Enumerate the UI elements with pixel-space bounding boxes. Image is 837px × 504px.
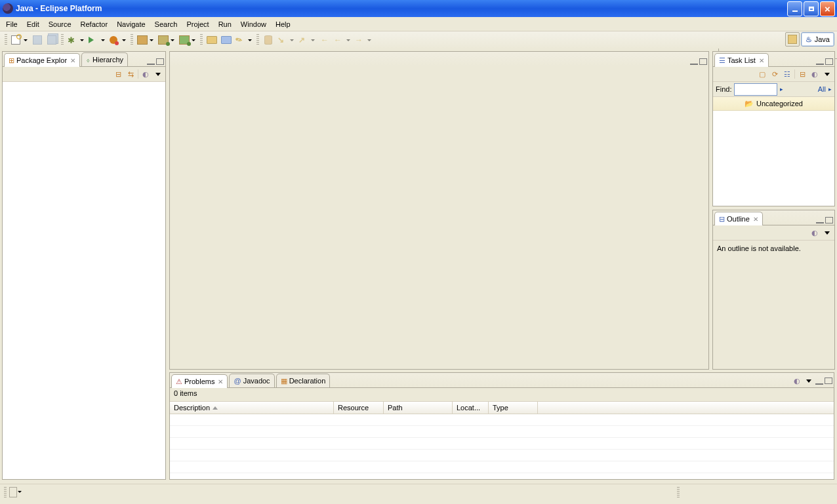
task-category-row[interactable]: 📂 Uncategorized: [713, 97, 834, 111]
menu-search[interactable]: Search: [150, 19, 182, 29]
new-package-button[interactable]: [136, 33, 155, 47]
window-maximize-button[interactable]: [804, 1, 819, 16]
focus-workweek-button[interactable]: ◐: [809, 69, 820, 79]
java-perspective-button[interactable]: ♨ Java: [801, 32, 834, 47]
view-menu-button[interactable]: [804, 376, 814, 386]
new-class-button[interactable]: [178, 33, 197, 47]
find-next-icon[interactable]: ▸: [828, 86, 832, 92]
last-edit-button[interactable]: ←: [318, 33, 331, 47]
focus-task-button[interactable]: ◐: [792, 376, 802, 386]
task-list-stack: ☰ Task List ✕ ▢ ⟳ ☷ ⊟ ◐ Find:: [712, 51, 835, 206]
annotation-prev-button[interactable]: ↗: [297, 33, 317, 47]
open-task-button[interactable]: [220, 33, 233, 47]
synchronize-button[interactable]: ⟳: [769, 69, 780, 79]
package-explorer-content[interactable]: [3, 82, 165, 479]
tab-problems[interactable]: ⚠ Problems ✕: [171, 374, 228, 388]
window-close-button[interactable]: [820, 1, 835, 16]
problems-count: 0 items: [170, 388, 834, 401]
categorize-button[interactable]: ☷: [782, 69, 792, 79]
toolbar-grip[interactable]: [131, 34, 133, 46]
task-list-content[interactable]: [713, 111, 834, 206]
external-tools-button[interactable]: [108, 33, 128, 47]
minimize-view-button[interactable]: [815, 381, 823, 385]
new-type-button[interactable]: [157, 33, 176, 47]
search-button[interactable]: ✎: [234, 33, 254, 47]
save-button[interactable]: [31, 33, 44, 47]
task-list-tabs: ☰ Task List ✕: [713, 52, 834, 67]
view-menu-button[interactable]: [822, 69, 832, 79]
minimize-editor-button[interactable]: [690, 62, 698, 65]
statusbar-grip[interactable]: [4, 487, 7, 497]
toolbar-grip[interactable]: [256, 34, 259, 46]
col-resource[interactable]: Resource: [334, 402, 384, 414]
menu-source[interactable]: Source: [44, 19, 76, 29]
find-prev-icon[interactable]: ▸: [780, 86, 783, 92]
tab-package-explorer[interactable]: ⊞ Package Explor ✕: [4, 53, 80, 67]
sort-asc-icon: [213, 406, 218, 410]
maximize-view-button[interactable]: [825, 378, 832, 384]
problems-view: ⚠ Problems ✕ @ Javadoc ▦ Declaration ◐: [169, 372, 834, 480]
link-editor-button[interactable]: ⇆: [125, 69, 136, 79]
editor-tabs: [170, 52, 708, 66]
maximize-view-button[interactable]: [156, 58, 164, 65]
minimize-view-button[interactable]: [147, 62, 155, 65]
task-find-input[interactable]: [734, 83, 777, 96]
window-minimize-button[interactable]: [787, 1, 802, 16]
run-button[interactable]: [87, 33, 107, 47]
tab-hierarchy[interactable]: ⬨ Hierarchy: [81, 52, 128, 66]
menu-navigate[interactable]: Navigate: [112, 19, 150, 29]
tab-task-list[interactable]: ☰ Task List ✕: [714, 53, 769, 67]
toolbar-grip[interactable]: [61, 34, 64, 46]
menu-window[interactable]: Window: [236, 19, 271, 29]
save-all-button[interactable]: [45, 33, 58, 47]
open-type-button[interactable]: [205, 33, 218, 47]
collapse-button[interactable]: ⊟: [797, 69, 807, 79]
open-perspective-button[interactable]: [785, 32, 800, 47]
toolbar-grip[interactable]: [200, 34, 203, 46]
maximize-editor-button[interactable]: [699, 58, 707, 65]
history-forward-button[interactable]: →: [354, 33, 373, 47]
menu-file[interactable]: File: [1, 19, 22, 29]
focus-task-icon: ◐: [142, 70, 149, 79]
tab-label: Task List: [727, 56, 756, 64]
focus-task-button[interactable]: ◐: [809, 227, 820, 238]
toolbar-grip[interactable]: [5, 34, 7, 46]
maximize-view-button[interactable]: [825, 58, 833, 65]
close-tab-icon[interactable]: ✕: [753, 216, 758, 223]
task-filter-all[interactable]: All: [818, 85, 826, 93]
close-tab-icon[interactable]: ✕: [70, 57, 75, 64]
problems-body[interactable]: [170, 414, 834, 479]
menu-edit[interactable]: Edit: [22, 19, 44, 29]
fast-view-button[interactable]: [9, 487, 17, 497]
status-resize-grip[interactable]: [677, 487, 680, 497]
toggle-breadcrumb-button[interactable]: [262, 33, 275, 47]
menu-project[interactable]: Project: [182, 19, 213, 29]
minimize-view-button[interactable]: [816, 62, 824, 65]
tab-declaration[interactable]: ▦ Declaration: [276, 374, 331, 387]
history-back-button[interactable]: ←: [333, 33, 352, 47]
debug-button[interactable]: ✱: [66, 33, 86, 47]
minimize-view-button[interactable]: [816, 220, 824, 223]
close-tab-icon[interactable]: ✕: [759, 57, 764, 64]
tab-outline[interactable]: ⊟ Outline ✕: [714, 212, 763, 225]
col-type[interactable]: Type: [489, 402, 538, 414]
view-menu-button[interactable]: [822, 227, 832, 238]
annotation-next-button[interactable]: ↘: [276, 33, 296, 47]
outline-stack: ⊟ Outline ✕ ◐ An outline is not availabl…: [712, 210, 835, 370]
menu-help[interactable]: Help: [271, 19, 295, 29]
new-wizard-button[interactable]: [10, 33, 30, 47]
view-menu-button[interactable]: [153, 69, 163, 79]
col-location[interactable]: Locat...: [453, 402, 489, 414]
close-tab-icon[interactable]: ✕: [218, 378, 223, 385]
tab-javadoc[interactable]: @ Javadoc: [229, 374, 274, 387]
new-task-button[interactable]: ▢: [757, 69, 767, 79]
table-row: [170, 438, 834, 450]
col-path[interactable]: Path: [384, 402, 453, 414]
focus-task-button[interactable]: ◐: [140, 69, 151, 79]
menu-run[interactable]: Run: [214, 19, 236, 29]
col-description[interactable]: Description: [170, 402, 334, 414]
maximize-view-button[interactable]: [825, 217, 833, 223]
collapse-all-button[interactable]: ⊟: [113, 69, 123, 79]
col-label: Type: [493, 404, 508, 412]
menu-refactor[interactable]: Refactor: [76, 19, 113, 29]
